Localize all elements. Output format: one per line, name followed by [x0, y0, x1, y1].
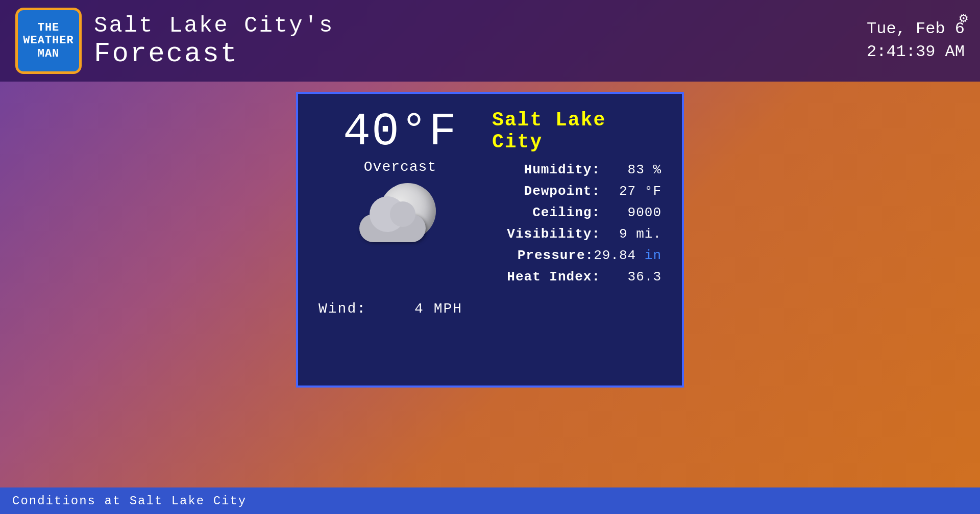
dewpoint-row: Dewpoint: 27 °F — [492, 184, 662, 199]
wind-value: 4 MPH — [414, 301, 462, 317]
ceiling-row: Ceiling: 9000 — [492, 205, 662, 220]
ceiling-value: 9000 — [600, 205, 662, 220]
city-name: Salt Lake City — [492, 109, 662, 153]
stats-table: Humidity: 83 % Dewpoint: 27 °F Ceiling: … — [492, 162, 662, 285]
header-forecast: Forecast — [94, 38, 334, 69]
header-time: 2:41:39 AM — [867, 41, 965, 64]
humidity-label: Humidity: — [492, 162, 600, 177]
wind-row: Wind: 4 MPH — [318, 301, 662, 317]
card-left: 40°F Overcast — [318, 109, 482, 291]
heat-index-label: Heat Index: — [492, 269, 600, 285]
pressure-label: Pressure: — [492, 248, 594, 263]
weather-icon — [359, 183, 441, 249]
footer-text: Conditions at Salt Lake City — [12, 494, 247, 508]
app-footer: Conditions at Salt Lake City — [0, 487, 980, 514]
temperature-display: 40°F — [343, 109, 457, 155]
app-logo: THE WEATHER MAN — [15, 8, 82, 74]
card-top: 40°F Overcast Salt Lake City Humidity: 8… — [318, 109, 662, 291]
dewpoint-label: Dewpoint: — [492, 184, 600, 199]
main-content: 40°F Overcast Salt Lake City Humidity: 8… — [0, 82, 980, 487]
settings-icon[interactable]: ⚙ — [959, 9, 968, 27]
header-title: Salt Lake City's Forecast — [94, 13, 334, 69]
weather-card: 40°F Overcast Salt Lake City Humidity: 8… — [296, 92, 684, 388]
pressure-row: Pressure: 29.84 in — [492, 248, 662, 263]
pressure-value: 29.84 in — [594, 248, 662, 263]
header-date: Tue, Feb 6 — [867, 18, 965, 41]
wind-label: Wind: — [318, 301, 366, 317]
dewpoint-value: 27 °F — [600, 184, 662, 199]
header-datetime: Tue, Feb 6 2:41:39 AM — [867, 18, 965, 64]
heat-index-row: Heat Index: 36.3 — [492, 269, 662, 285]
condition-display: Overcast — [364, 159, 436, 175]
visibility-value: 9 mi. — [600, 226, 662, 242]
ceiling-label: Ceiling: — [492, 205, 600, 220]
visibility-label: Visibility: — [492, 226, 600, 242]
header-city: Salt Lake City's — [94, 13, 334, 38]
card-right: Salt Lake City Humidity: 83 % Dewpoint: … — [482, 109, 662, 291]
logo-text: THE WEATHER MAN — [23, 21, 74, 60]
heat-index-value: 36.3 — [600, 269, 662, 285]
humidity-value: 83 % — [600, 162, 662, 177]
header-right: Tue, Feb 6 2:41:39 AM — [867, 18, 965, 64]
app-header: THE WEATHER MAN Salt Lake City's Forecas… — [0, 0, 980, 82]
humidity-row: Humidity: 83 % — [492, 162, 662, 177]
cloud-icon — [359, 214, 426, 242]
visibility-row: Visibility: 9 mi. — [492, 226, 662, 242]
